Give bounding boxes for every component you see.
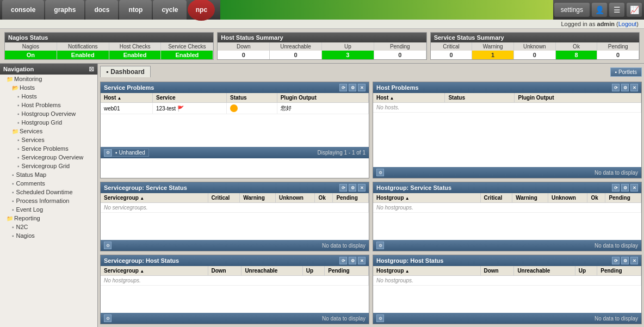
service-problems-portlet: Service Problems ⟳ ⚙ ✕ Host Service (100, 82, 369, 178)
folder-icon-2: 📁 (12, 128, 18, 134)
sgs-icon-settings[interactable]: ⚙ (349, 184, 356, 192)
sidebar-process-info-label: Process Information (16, 198, 70, 204)
nagios-val-2: Enabled (109, 51, 162, 59)
nagios-status-box: Nagios Status Nagios Notifications Host … (4, 32, 214, 60)
warning-badge (230, 104, 238, 112)
unhandled-button[interactable]: ▪ Unhandled (112, 149, 149, 157)
sp-icon-refresh[interactable]: ⟳ (339, 84, 347, 91)
nagios-col-3: Service Checks (161, 42, 213, 51)
nav-tab-ntop[interactable]: ntop (119, 0, 152, 20)
service-status-box: Service Status Summary Critical Warning … (430, 32, 640, 60)
hgh-icon-close[interactable]: ✕ (630, 257, 638, 264)
hp-icon-settings[interactable]: ⚙ (621, 84, 629, 91)
person-icon[interactable]: 👤 (592, 3, 607, 17)
hostgroup-service-portlet: Hostgroup: Service Status ⟳ ⚙ ✕ Hostgrou… (373, 182, 642, 251)
table-row: No hostgroups. (101, 276, 369, 286)
host-status-header: Down Unreachable Up Pending (218, 42, 426, 51)
sidebar-item-nagios[interactable]: ▪ Nagios (0, 231, 97, 240)
dashboard-tab[interactable]: ▪ Dashboard (100, 66, 151, 77)
sidebar-item-services-folder[interactable]: 📁 Services (0, 127, 97, 135)
content-area: ▪ Dashboard ▪ Portlets Service Problems (98, 64, 644, 327)
hgs-icon-refresh[interactable]: ⟳ (612, 184, 620, 192)
list-icon[interactable]: ☰ (609, 3, 624, 17)
sgs-footer: ⚙ No data to display (101, 240, 369, 251)
hostgroup-host-portlet: Hostgroup: Host Status ⟳ ⚙ ✕ Hostgroup D… (373, 255, 642, 324)
nav-tab-docs[interactable]: docs (85, 0, 118, 20)
sidebar-header: Navigation ⊠ (0, 64, 97, 75)
sp-icon-settings[interactable]: ⚙ (349, 84, 356, 91)
sidebar-item-hosts[interactable]: ▪ Hosts (0, 92, 97, 101)
host-status-values: 0 0 3 0 (218, 51, 426, 59)
sidebar-item-host-problems[interactable]: ▪ Host Problems (0, 101, 97, 109)
sp-icon-close[interactable]: ✕ (358, 84, 366, 91)
hp-no-data: No hosts. (373, 103, 641, 113)
sidebar-item-hostgroup-overview[interactable]: ▪ Hostgroup Overview (0, 109, 97, 118)
sidebar-item-monitoring[interactable]: 📁 Monitoring (0, 75, 97, 83)
sp-footer-icon[interactable]: ⚙ (104, 149, 112, 157)
sgh-footer-icon[interactable]: ⚙ (104, 314, 112, 322)
sgh-icon-close[interactable]: ✕ (358, 257, 366, 264)
host-status-box: Host Status Summary Down Unreachable Up … (217, 32, 426, 60)
hgh-icon-refresh[interactable]: ⟳ (612, 257, 620, 264)
hgs-spacer (373, 213, 641, 240)
svc-val-1: 1 (472, 51, 514, 59)
host-val-2: 3 (322, 51, 374, 59)
sidebar-item-hostgroup-grid[interactable]: ▪ Hostgroup Grid (0, 118, 97, 127)
hgh-no-data: No hostgroups. (373, 276, 641, 286)
hgs-icon-settings[interactable]: ⚙ (621, 184, 629, 192)
hp-icon-refresh[interactable]: ⟳ (612, 84, 620, 91)
top-navigation: console graphs docs ntop cycle npc setti… (0, 0, 644, 20)
nav-tab-cycle[interactable]: cycle (153, 0, 187, 20)
sidebar-item-service-problems[interactable]: ▪ Service Problems (0, 144, 97, 153)
svc-col-4: Pending (597, 42, 639, 51)
sidebar-item-event-log[interactable]: ▪ Event Log (0, 205, 97, 214)
sgs-col-2: Warning (240, 193, 276, 203)
sgh-icon-settings[interactable]: ⚙ (349, 257, 356, 264)
nav-tab-graphs[interactable]: graphs (45, 0, 84, 20)
hgh-icon-settings[interactable]: ⚙ (621, 257, 629, 264)
hgs-table: Hostgroup Critical Warning Unknown Ok Pe… (373, 193, 641, 213)
sidebar-item-process-info[interactable]: ▪ Process Information (0, 196, 97, 205)
table-row[interactable]: web01 123-test 🚩 您好 (101, 103, 369, 114)
sgh-icon-refresh[interactable]: ⟳ (339, 257, 347, 264)
sgs-table: Servicegroup Critical Warning Unknown Ok… (101, 193, 369, 213)
svc-col-1: Warning (472, 42, 514, 51)
sp-row-host: web01 (101, 103, 152, 114)
hgs-footer-icon[interactable]: ⚙ (376, 242, 384, 249)
portlets-button[interactable]: ▪ Portlets (610, 67, 642, 77)
sidebar-item-scheduled-downtime[interactable]: ▪ Scheduled Downtime (0, 188, 97, 196)
sidebar-collapse-icon[interactable]: ⊠ (89, 65, 94, 73)
sidebar-item-n2c[interactable]: ▪ N2C (0, 223, 97, 231)
nav-tab-console[interactable]: console (2, 0, 44, 20)
sidebar-item-comments[interactable]: ▪ Comments (0, 179, 97, 188)
hgh-footer-icon[interactable]: ⚙ (376, 314, 384, 322)
hgs-header: Hostgroup: Service Status ⟳ ⚙ ✕ (373, 182, 641, 193)
hgs-icon-close[interactable]: ✕ (630, 184, 638, 192)
sgs-icon-close[interactable]: ✕ (358, 184, 366, 192)
sidebar-item-status-map[interactable]: ▪ Status Map (0, 170, 97, 179)
service-status-values: 0 1 0 8 0 (431, 51, 639, 59)
sidebar-item-services[interactable]: ▪ Services (0, 135, 97, 144)
hgh-icons: ⟳ ⚙ ✕ (612, 257, 638, 264)
hgs-col-2: Warning (512, 193, 548, 203)
hp-icon-close[interactable]: ✕ (630, 84, 638, 91)
sidebar-item-servicegroup-overview[interactable]: ▪ Servicegroup Overview (0, 153, 97, 162)
sidebar-item-reporting[interactable]: 📁 Reporting (0, 214, 97, 223)
sidebar-item-hosts-folder[interactable]: 📂 Hosts (0, 83, 97, 92)
logout-link[interactable]: Logout (618, 21, 637, 27)
sgs-icon-refresh[interactable]: ⟳ (339, 184, 347, 192)
sgh-col-3: Up (302, 266, 325, 276)
sidebar-item-servicegroup-grid[interactable]: ▪ Servicegroup Grid (0, 162, 97, 170)
hp-col-status: Status (445, 93, 515, 103)
hgh-footer-text: No data to display (595, 316, 638, 322)
nagios-col-1: Notifications (57, 42, 109, 51)
sgh-footer: ⚙ No data to display (101, 313, 369, 324)
settings-button[interactable]: settings (554, 3, 590, 17)
nagios-status-values: On Enabled Enabled Enabled (5, 51, 213, 59)
sgs-footer-icon[interactable]: ⚙ (104, 242, 112, 249)
svc-col-0: Critical (431, 42, 473, 51)
chart-icon[interactable]: 📈 (627, 3, 642, 17)
nav-tab-npc[interactable]: npc (188, 0, 215, 21)
sgh-table: Servicegroup Down Unreachable Up Pending… (101, 266, 369, 286)
hp-footer-icon[interactable]: ⚙ (376, 169, 384, 176)
